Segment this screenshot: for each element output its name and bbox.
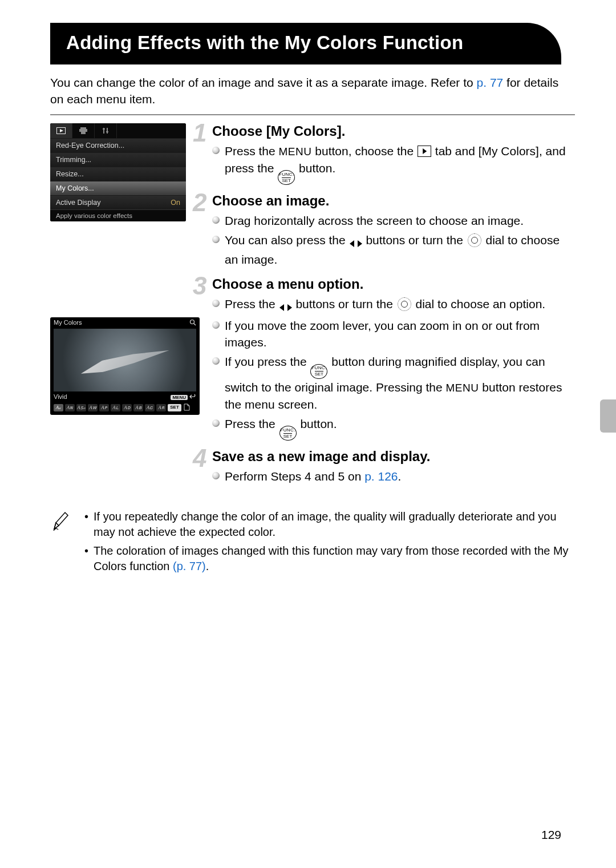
step: 1Choose [My Colors].Press the MENU butto… <box>212 123 575 185</box>
camera-preview-screenshot: My Colors Vivid MENU AᵥAɴAꜱₑAᴡAᴘAʟAᴅAʙAɢ… <box>50 317 200 415</box>
back-icon <box>189 394 196 399</box>
note-item: If you repeatedly change the color of an… <box>84 509 575 540</box>
step-title: Save as a new image and display. <box>212 449 575 465</box>
step-title: Choose a menu option. <box>212 276 575 292</box>
note-item: The coloration of images changed with th… <box>84 543 575 574</box>
svg-rect-7 <box>103 128 105 130</box>
svg-marker-13 <box>279 304 284 311</box>
step-number: 4 <box>193 444 206 473</box>
color-mode-chip: Aᴅ <box>122 404 132 411</box>
svg-rect-2 <box>80 127 86 129</box>
page-ref-link[interactable]: (p. 77) <box>173 560 206 572</box>
new-file-icon <box>183 403 190 412</box>
step-bullet: Press the FUNC.SET button. <box>212 415 575 441</box>
step-bullets: Press the MENU button, choose the tab an… <box>212 143 575 185</box>
step-number: 1 <box>193 119 206 147</box>
svg-marker-1 <box>60 129 63 132</box>
print-tab-icon <box>72 123 95 138</box>
left-right-buttons-glyph <box>349 234 363 251</box>
preview-option-strip: AᵥAɴAꜱₑAᴡAᴘAʟAᴅAʙAɢAʀSET <box>50 402 200 415</box>
camera-menu-item: Active DisplayOn <box>50 195 186 209</box>
page-ref-link[interactable]: p. 77 <box>477 76 504 89</box>
camera-menu-item: My Colors... <box>50 181 186 195</box>
page-title: Adding Effects with the My Colors Functi… <box>50 23 561 64</box>
svg-rect-4 <box>81 132 86 134</box>
color-mode-chip: Aᴡ <box>88 404 98 411</box>
tools-tab-icon <box>95 123 117 138</box>
control-dial-glyph <box>468 233 481 247</box>
notes-list: If you repeatedly change the color of an… <box>84 509 575 578</box>
pencil-note-icon <box>50 509 71 535</box>
step-title: Choose [My Colors]. <box>212 123 575 139</box>
page-number: 129 <box>541 828 561 842</box>
func-set-button-glyph: FUNC.SET <box>279 426 297 441</box>
preview-image <box>54 329 196 391</box>
step: 4Save as a new image and display.Perform… <box>212 449 575 485</box>
color-mode-chip: Aᴘ <box>99 404 109 411</box>
playback-tab-icon <box>50 123 72 138</box>
manual-page: Adding Effects with the My Colors Functi… <box>0 0 616 868</box>
intro-paragraph: You can change the color of an image and… <box>50 75 575 107</box>
control-dial-glyph <box>398 297 411 311</box>
camera-menu-item: Red-Eye Correction... <box>50 138 186 152</box>
camera-menu-footer: Apply various color effects <box>50 209 186 221</box>
notes-section: If you repeatedly change the color of an… <box>50 509 575 578</box>
camera-menu-tabs <box>50 123 186 138</box>
step-number: 2 <box>193 188 206 217</box>
color-mode-chip: Aʀ <box>156 404 166 411</box>
camera-menu-screenshot: Red-Eye Correction...Trimming...Resize..… <box>50 123 186 221</box>
step-bullet: Press the MENU button, choose the tab an… <box>212 143 575 185</box>
svg-marker-12 <box>358 240 362 247</box>
color-mode-chip: Aꜱₑ <box>76 404 86 411</box>
svg-rect-6 <box>107 128 108 134</box>
preview-option-label: Vivid <box>54 393 67 400</box>
menu-button-glyph: MENU <box>446 381 479 396</box>
steps-column: 1Choose [My Colors].Press the MENU butto… <box>212 123 575 493</box>
svg-marker-11 <box>350 240 354 247</box>
step-bullet: If you press the FUNC.SET button during … <box>212 353 575 413</box>
step: 3Choose a menu option.Press the buttons … <box>212 276 575 441</box>
preview-title: My Colors <box>54 319 82 327</box>
step-bullets: Drag horizontally across the screen to c… <box>212 212 575 268</box>
menu-button-glyph: MENU <box>279 144 312 160</box>
svg-rect-8 <box>106 131 108 132</box>
svg-marker-14 <box>287 304 292 311</box>
camera-menu-items: Red-Eye Correction...Trimming...Resize..… <box>50 138 186 209</box>
step-bullet: Perform Steps 4 and 5 on p. 126. <box>212 468 575 485</box>
camera-menu-item: Resize... <box>50 167 186 181</box>
content-columns: Red-Eye Correction...Trimming...Resize..… <box>50 123 575 493</box>
step-bullets: Press the buttons or turn the dial to ch… <box>212 296 575 441</box>
playback-tab-glyph <box>418 146 431 157</box>
func-set-button-glyph: FUNC.SET <box>278 170 295 185</box>
color-mode-chip: Aʙ <box>133 404 143 411</box>
svg-point-9 <box>191 320 194 324</box>
color-mode-chip: Aᵥ <box>54 404 63 411</box>
step-bullet: If you move the zoom lever, you can zoom… <box>212 317 575 352</box>
left-column: Red-Eye Correction...Trimming...Resize..… <box>50 123 200 493</box>
divider <box>50 114 575 115</box>
step-bullet: Press the buttons or turn the dial to ch… <box>212 296 575 315</box>
step-bullets: Perform Steps 4 and 5 on p. 126. <box>212 468 575 485</box>
svg-line-10 <box>194 324 196 325</box>
preview-menu-label: MENU <box>171 395 188 400</box>
svg-rect-3 <box>79 129 87 132</box>
preview-set-label: SET <box>168 404 181 411</box>
section-tab <box>600 399 616 433</box>
step-bullet: You can also press the buttons or turn t… <box>212 232 575 268</box>
step-number: 3 <box>193 272 206 300</box>
page-ref-link[interactable]: p. 126 <box>364 470 398 483</box>
step-bullet: Drag horizontally across the screen to c… <box>212 212 575 229</box>
step-title: Choose an image. <box>212 193 575 209</box>
func-set-button-glyph: FUNC.SET <box>310 364 327 379</box>
color-mode-chip: Aɴ <box>65 404 75 411</box>
color-mode-chip: Aʟ <box>111 404 120 411</box>
magnify-icon <box>189 319 196 327</box>
left-right-buttons-glyph <box>279 298 293 315</box>
intro-text-a: You can change the color of an image and… <box>50 76 477 89</box>
step: 2Choose an image.Drag horizontally acros… <box>212 193 575 268</box>
camera-menu-item: Trimming... <box>50 152 186 167</box>
color-mode-chip: Aɢ <box>145 404 155 411</box>
